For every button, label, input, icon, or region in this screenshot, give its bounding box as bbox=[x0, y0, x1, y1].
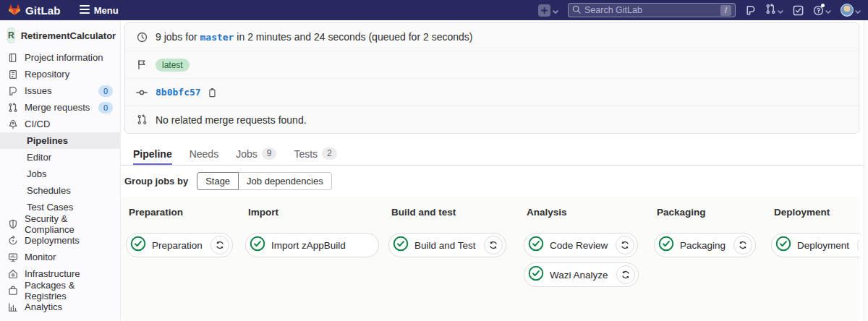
project-avatar: R bbox=[7, 27, 15, 43]
latest-badge: latest bbox=[156, 59, 190, 72]
chevron-down-icon bbox=[855, 4, 861, 17]
search-icon bbox=[572, 4, 581, 17]
stage-column-packaging: Packaging Packaging bbox=[654, 207, 756, 262]
job-code-review[interactable]: Code Review bbox=[524, 233, 638, 257]
chevron-down-icon bbox=[778, 4, 783, 17]
tab-tests[interactable]: Tests 2 bbox=[294, 144, 336, 165]
flag-icon bbox=[136, 59, 148, 70]
page-scrollbar[interactable] bbox=[864, 20, 868, 321]
pipeline-duration-row: 9 jobs for master in 2 minutes and 24 se… bbox=[125, 23, 859, 51]
shield-icon bbox=[7, 219, 18, 229]
retry-job-button[interactable] bbox=[210, 236, 229, 254]
infrastructure-icon bbox=[7, 269, 18, 279]
commit-sha-link[interactable]: 8b0bfc57 bbox=[156, 87, 201, 98]
brand-name: GitLab bbox=[25, 4, 61, 17]
branch-link[interactable]: master bbox=[200, 32, 234, 43]
nav-issues-icon[interactable] bbox=[745, 5, 756, 16]
analytics-icon bbox=[7, 302, 18, 312]
rocket-icon bbox=[7, 119, 18, 129]
sidebar-item-schedules[interactable]: Schedules bbox=[0, 182, 120, 199]
user-avatar bbox=[841, 4, 854, 17]
sidebar-item-monitor[interactable]: Monitor bbox=[0, 249, 120, 265]
clock-icon bbox=[136, 32, 148, 43]
top-navbar: GitLab Menu / bbox=[0, 0, 868, 20]
tab-pipeline[interactable]: Pipeline bbox=[133, 144, 172, 165]
project-information-icon bbox=[7, 53, 18, 63]
group-jobs-segmented-control: Stage Job dependencies bbox=[197, 172, 332, 190]
nav-todos-icon[interactable] bbox=[793, 5, 804, 16]
project-name: RetirementCalculator bbox=[21, 30, 116, 41]
stage-column-analysis: Analysis Code Review Wazi Analyze bbox=[524, 207, 639, 292]
stage-column-import: Import Import zAppBuild bbox=[245, 207, 379, 262]
package-icon bbox=[7, 286, 18, 296]
merge-request-icon bbox=[7, 103, 18, 113]
sidebar-item-security-compliance[interactable]: Security & Compliance bbox=[0, 215, 120, 232]
stage-name: Packaging bbox=[657, 207, 756, 218]
retry-job-button[interactable] bbox=[484, 236, 503, 254]
status-success-icon bbox=[130, 236, 146, 254]
stage-name: Deployment bbox=[774, 207, 859, 218]
issues-icon bbox=[7, 86, 18, 96]
pipeline-graph: Preparation Preparation Import Import zA… bbox=[121, 197, 859, 321]
notification-dot bbox=[821, 4, 825, 7]
stage-name: Preparation bbox=[129, 207, 233, 218]
repository-icon bbox=[7, 69, 18, 80]
sidebar-item-packages-registries[interactable]: Packages & Registries bbox=[0, 282, 120, 299]
job-packaging[interactable]: Packaging bbox=[654, 233, 756, 257]
retry-job-button[interactable] bbox=[733, 236, 752, 254]
merge-request-icon bbox=[765, 4, 776, 17]
status-success-icon bbox=[250, 236, 265, 254]
job-import-zappbuild[interactable]: Import zAppBuild bbox=[245, 233, 379, 257]
no-merge-requests-text: No related merge requests found. bbox=[156, 114, 307, 126]
merge-request-icon bbox=[136, 114, 148, 125]
sidebar-item-cicd[interactable]: CI/CD bbox=[0, 116, 120, 132]
pipeline-commit-row: 8b0bfc57 bbox=[125, 78, 859, 106]
monitor-icon bbox=[7, 252, 18, 262]
retry-job-button[interactable] bbox=[616, 236, 634, 254]
deployments-icon bbox=[7, 236, 18, 246]
stage-name: Analysis bbox=[527, 207, 639, 218]
global-search[interactable]: / bbox=[568, 3, 736, 17]
retry-job-button[interactable] bbox=[857, 236, 859, 254]
sidebar-project-header[interactable]: R RetirementCalculator bbox=[0, 25, 120, 49]
sidebar-item-jobs[interactable]: Jobs bbox=[0, 166, 120, 182]
group-jobs-by-label: Group jobs by bbox=[124, 176, 188, 187]
group-by-job-dependencies-button[interactable]: Job dependencies bbox=[238, 172, 332, 190]
hamburger-icon bbox=[80, 5, 90, 16]
search-input[interactable] bbox=[584, 5, 717, 15]
group-jobs-by: Group jobs by Stage Job dependencies bbox=[124, 172, 332, 190]
jobs-count-badge: 9 bbox=[262, 147, 277, 160]
copy-commit-sha-button[interactable] bbox=[207, 87, 217, 98]
status-success-icon bbox=[775, 236, 791, 254]
job-preparation[interactable]: Preparation bbox=[126, 233, 233, 257]
new-item-dropdown[interactable] bbox=[538, 4, 558, 17]
nav-help-dropdown[interactable] bbox=[813, 4, 831, 17]
job-deployment[interactable]: Deployment bbox=[771, 233, 859, 257]
user-menu-dropdown[interactable] bbox=[841, 4, 861, 17]
help-icon bbox=[813, 5, 824, 16]
job-wazi-analyze[interactable]: Wazi Analyze bbox=[524, 262, 639, 287]
sidebar-item-editor[interactable]: Editor bbox=[0, 149, 120, 166]
status-success-icon bbox=[393, 236, 409, 254]
nav-merge-requests-dropdown[interactable] bbox=[765, 4, 783, 17]
sidebar-item-issues[interactable]: Issues 0 bbox=[0, 82, 120, 99]
sidebar-item-pipelines[interactable]: Pipelines bbox=[0, 132, 120, 149]
tab-needs[interactable]: Needs bbox=[190, 144, 218, 165]
jobs-summary: 9 jobs for master in 2 minutes and 24 se… bbox=[156, 31, 472, 43]
tests-count-badge: 2 bbox=[322, 147, 337, 160]
pipeline-summary-card: 9 jobs for master in 2 minutes and 24 se… bbox=[124, 22, 859, 134]
sidebar-item-merge-requests[interactable]: Merge requests 0 bbox=[0, 99, 120, 116]
stage-column-preparation: Preparation Preparation bbox=[126, 207, 233, 262]
status-success-icon bbox=[528, 236, 544, 254]
search-shortcut-key: / bbox=[720, 5, 731, 16]
retry-job-button[interactable] bbox=[616, 265, 635, 284]
tab-jobs[interactable]: Jobs 9 bbox=[236, 144, 276, 165]
menu-label: Menu bbox=[94, 5, 119, 16]
gitlab-home-link[interactable]: GitLab bbox=[7, 2, 61, 19]
sidebar-item-project-information[interactable]: Project information bbox=[0, 49, 120, 66]
menu-button[interactable]: Menu bbox=[80, 5, 119, 16]
group-by-stage-button[interactable]: Stage bbox=[197, 172, 239, 190]
job-build-and-test[interactable]: Build and Test bbox=[388, 233, 506, 257]
sidebar-item-repository[interactable]: Repository bbox=[0, 66, 120, 82]
issues-count-badge: 0 bbox=[98, 85, 113, 97]
